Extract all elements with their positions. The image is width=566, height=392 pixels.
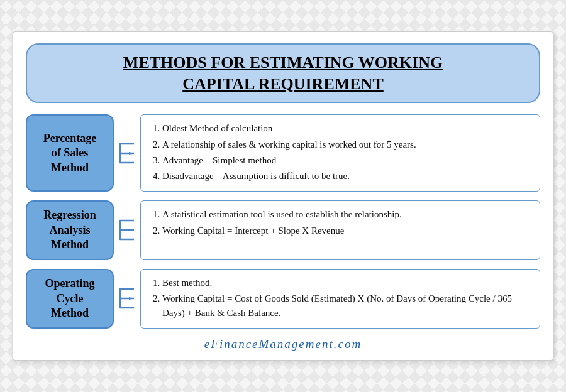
list-item: Best method. — [162, 276, 531, 290]
method-content: Best method.Working Capital = Cost of Go… — [140, 269, 540, 329]
list-item: Working Capital = Cost of Goods Sold (Es… — [162, 291, 531, 321]
list-item: A statistical estimation tool is used to… — [162, 207, 531, 222]
method-label: Percentageof SalesMethod — [26, 114, 114, 192]
arrow-connector — [114, 269, 140, 329]
list-item: Oldest Method of calculation — [162, 121, 531, 136]
method-row: RegressionAnalysisMethod A statistical e… — [26, 200, 540, 259]
list-item: A relationship of sales & working capita… — [162, 138, 531, 152]
arrow-connector — [114, 200, 140, 259]
list-item: Advantage – Simplest method — [162, 153, 531, 168]
method-content: A statistical estimation tool is used to… — [140, 200, 540, 259]
method-row: OperatingCycleMethod Best method.Working… — [26, 269, 540, 329]
list-item: Disadvantage – Assumption is difficult t… — [162, 169, 531, 183]
page-title: METHODS FOR ESTIMATING WORKINGCAPITAL RE… — [40, 52, 526, 95]
main-card: METHODS FOR ESTIMATING WORKINGCAPITAL RE… — [13, 31, 553, 361]
list-item: Working Capital = Intercept + Slope X Re… — [162, 224, 531, 238]
title-box: METHODS FOR ESTIMATING WORKINGCAPITAL RE… — [26, 43, 540, 104]
footer-link: eFinanceManagement.com — [26, 337, 540, 351]
method-content: Oldest Method of calculationA relationsh… — [140, 114, 540, 192]
arrow-connector — [114, 114, 140, 192]
method-row: Percentageof SalesMethod Oldest Method o… — [26, 114, 540, 192]
method-label: OperatingCycleMethod — [26, 269, 114, 329]
method-label: RegressionAnalysisMethod — [26, 200, 114, 259]
